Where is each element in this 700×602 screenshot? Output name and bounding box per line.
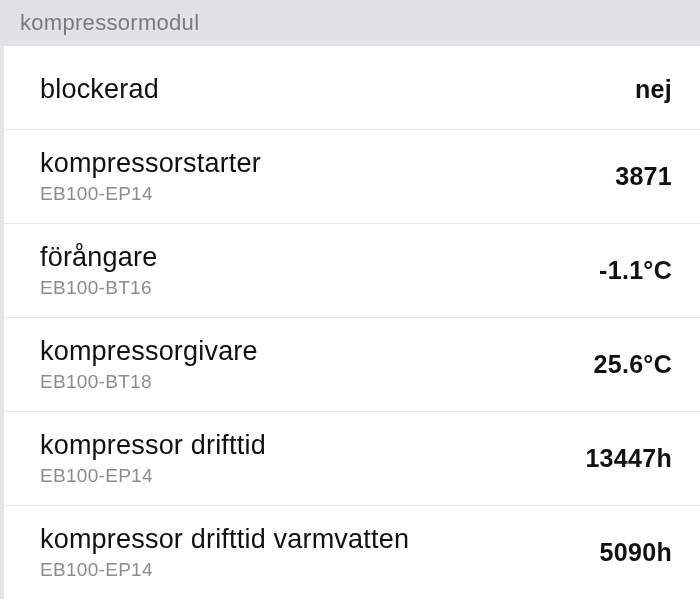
list-content: blockerad nej kompressorstarter EB100-EP… bbox=[0, 46, 700, 599]
list-item-value: 3871 bbox=[615, 162, 672, 191]
list-item-label: kompressorstarter bbox=[40, 148, 261, 179]
list-item-left: kompressorstarter EB100-EP14 bbox=[40, 148, 261, 205]
list-item[interactable]: kompressorstarter EB100-EP14 3871 bbox=[4, 130, 700, 224]
list-item-value: -1.1°C bbox=[599, 256, 672, 285]
list-item-label: kompressorgivare bbox=[40, 336, 258, 367]
list-item-label: blockerad bbox=[40, 74, 159, 105]
list-item[interactable]: kompressorgivare EB100-BT18 25.6°C bbox=[4, 318, 700, 412]
list-item-sublabel: EB100-BT18 bbox=[40, 371, 258, 393]
list-item-sublabel: EB100-EP14 bbox=[40, 559, 409, 581]
list-item-label: kompressor drifttid varmvatten bbox=[40, 524, 409, 555]
list-item-left: förångare EB100-BT16 bbox=[40, 242, 157, 299]
list-item-left: blockerad bbox=[40, 74, 159, 105]
list-item-left: kompressor drifttid varmvatten EB100-EP1… bbox=[40, 524, 409, 581]
list-item-value: 5090h bbox=[600, 538, 672, 567]
section-title: kompressormodul bbox=[20, 10, 199, 35]
list-item[interactable]: blockerad nej bbox=[4, 46, 700, 130]
list-item-left: kompressorgivare EB100-BT18 bbox=[40, 336, 258, 393]
list-item-value: nej bbox=[635, 75, 672, 104]
section-header: kompressormodul bbox=[0, 0, 700, 46]
list-item-label: kompressor drifttid bbox=[40, 430, 266, 461]
list-item-sublabel: EB100-EP14 bbox=[40, 465, 266, 487]
list-item[interactable]: förångare EB100-BT16 -1.1°C bbox=[4, 224, 700, 318]
list-item-sublabel: EB100-BT16 bbox=[40, 277, 157, 299]
list-item-value: 13447h bbox=[585, 444, 672, 473]
list-item[interactable]: kompressor drifttid EB100-EP14 13447h bbox=[4, 412, 700, 506]
list-item-sublabel: EB100-EP14 bbox=[40, 183, 261, 205]
list-item-left: kompressor drifttid EB100-EP14 bbox=[40, 430, 266, 487]
list-item[interactable]: kompressor drifttid varmvatten EB100-EP1… bbox=[4, 506, 700, 599]
list-item-label: förångare bbox=[40, 242, 157, 273]
list-item-value: 25.6°C bbox=[593, 350, 672, 379]
